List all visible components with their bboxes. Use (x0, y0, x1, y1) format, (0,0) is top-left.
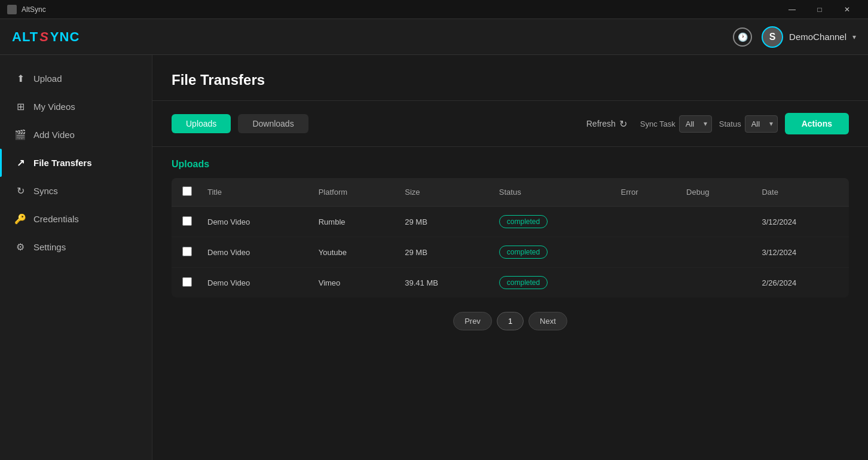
logo-s: S (39, 29, 49, 45)
table-body: Demo Video Rumble 29 MB completed 3/12/2… (172, 207, 849, 298)
clock-icon: 🕐 (733, 27, 752, 47)
cell-title: Demo Video (198, 268, 309, 298)
syncs-icon: ↻ (14, 185, 26, 197)
page-title: File Transfers (172, 72, 849, 88)
cell-status: completed (490, 268, 612, 298)
cell-date: 3/12/2024 (752, 207, 849, 237)
avatar: S (762, 26, 783, 48)
col-platform: Platform (309, 178, 396, 207)
sidebar-item-label: My Videos (33, 102, 75, 112)
col-date: Date (752, 178, 849, 207)
logo-alt: ALT (12, 29, 38, 45)
sidebar-item-label: Settings (33, 242, 66, 252)
logo-ync: YNC (50, 29, 80, 45)
cell-size: 29 MB (395, 207, 490, 237)
app-layout: ⬆ Upload ⊞ My Videos 🎬 Add Video ↗ File … (0, 55, 868, 460)
section-title: Uploads (172, 159, 849, 170)
user-menu[interactable]: S DemoChannel ▾ (762, 26, 856, 48)
cell-date: 2/26/2024 (752, 268, 849, 298)
row-checkbox-0[interactable] (182, 216, 192, 226)
cell-size: 29 MB (395, 237, 490, 268)
username: DemoChannel (789, 32, 846, 42)
status-badge: completed (499, 215, 548, 228)
next-button[interactable]: Next (528, 312, 567, 330)
sidebar-item-label: Credentials (33, 214, 79, 224)
maximize-button[interactable]: □ (806, 0, 833, 19)
sidebar-item-syncs[interactable]: ↻ Syncs (0, 177, 152, 205)
col-title: Title (198, 178, 309, 207)
titlebar: AltSync — □ ✕ (0, 0, 868, 19)
col-size: Size (395, 178, 490, 207)
sidebar-item-label: Upload (33, 73, 62, 84)
credentials-icon: 🔑 (14, 213, 26, 225)
sidebar-item-add-video[interactable]: 🎬 Add Video (0, 121, 152, 149)
select-all-checkbox[interactable] (182, 186, 192, 196)
header-row: Title Platform Size Status Error Debug D… (172, 178, 849, 207)
cell-platform: Rumble (309, 207, 396, 237)
status-select[interactable]: All (745, 115, 778, 133)
app-name: AltSync (22, 5, 46, 14)
header-right: 🕐 S DemoChannel ▾ (733, 26, 856, 48)
sidebar: ⬆ Upload ⊞ My Videos 🎬 Add Video ↗ File … (0, 55, 152, 460)
my-videos-icon: ⊞ (14, 101, 26, 112)
status-filter: Status All (719, 115, 778, 133)
sidebar-item-label: File Transfers (33, 158, 92, 168)
sidebar-item-label: Syncs (33, 186, 58, 196)
app-header: ALT S YNC 🕐 S DemoChannel ▾ (0, 19, 868, 55)
status-badge: completed (499, 246, 548, 259)
add-video-icon: 🎬 (14, 129, 26, 140)
close-button[interactable]: ✕ (833, 0, 861, 19)
sidebar-item-file-transfers[interactable]: ↗ File Transfers (0, 149, 152, 177)
refresh-button[interactable]: Refresh ↻ (580, 115, 633, 133)
cell-checkbox (172, 237, 198, 268)
cell-status: completed (490, 237, 612, 268)
sidebar-item-upload[interactable]: ⬆ Upload (0, 65, 152, 93)
col-checkbox (172, 178, 198, 207)
table-row: Demo Video Vimeo 39.41 MB completed 2/26… (172, 268, 849, 298)
row-checkbox-1[interactable] (182, 247, 192, 256)
sidebar-item-my-videos[interactable]: ⊞ My Videos (0, 93, 152, 121)
table-row: Demo Video Youtube 29 MB completed 3/12/… (172, 237, 849, 268)
cell-platform: Vimeo (309, 268, 396, 298)
pagination: Prev 1 Next (172, 298, 849, 340)
cell-error (612, 237, 677, 268)
sync-task-select[interactable]: All (679, 115, 712, 133)
status-label: Status (719, 119, 741, 128)
table-header: Title Platform Size Status Error Debug D… (172, 178, 849, 207)
refresh-label: Refresh (586, 119, 616, 128)
tab-downloads[interactable]: Downloads (238, 114, 308, 133)
status-select-wrapper: All (745, 115, 778, 133)
uploads-table: Title Platform Size Status Error Debug D… (172, 178, 849, 298)
main-content: File Transfers Uploads Downloads Refresh… (152, 55, 868, 460)
sync-task-filter: Sync Task All (640, 115, 712, 133)
cell-error (612, 207, 677, 237)
cell-date: 3/12/2024 (752, 237, 849, 268)
minimize-button[interactable]: — (778, 0, 806, 19)
page-1-button[interactable]: 1 (497, 312, 524, 330)
prev-button[interactable]: Prev (453, 312, 492, 330)
status-badge: completed (499, 276, 548, 289)
cell-checkbox (172, 268, 198, 298)
cell-status: completed (490, 207, 612, 237)
actions-button[interactable]: Actions (785, 113, 849, 134)
app-icon (7, 5, 17, 14)
cell-debug (677, 207, 752, 237)
file-transfers-icon: ↗ (14, 157, 26, 168)
row-checkbox-2[interactable] (182, 277, 192, 287)
cell-title: Demo Video (198, 237, 309, 268)
cell-platform: Youtube (309, 237, 396, 268)
window-controls: — □ ✕ (778, 0, 861, 19)
upload-icon: ⬆ (14, 73, 26, 84)
sidebar-item-credentials[interactable]: 🔑 Credentials (0, 205, 152, 233)
page-header: File Transfers (152, 55, 868, 101)
table-container: Uploads Title Platform Size Status Error… (152, 147, 868, 352)
cell-debug (677, 268, 752, 298)
cell-size: 39.41 MB (395, 268, 490, 298)
tab-uploads[interactable]: Uploads (172, 114, 231, 133)
chevron-down-icon: ▾ (852, 33, 856, 41)
table-row: Demo Video Rumble 29 MB completed 3/12/2… (172, 207, 849, 237)
sidebar-item-label: Add Video (33, 130, 75, 140)
col-error: Error (612, 178, 677, 207)
sidebar-item-settings[interactable]: ⚙ Settings (0, 233, 152, 261)
settings-icon: ⚙ (14, 241, 26, 253)
